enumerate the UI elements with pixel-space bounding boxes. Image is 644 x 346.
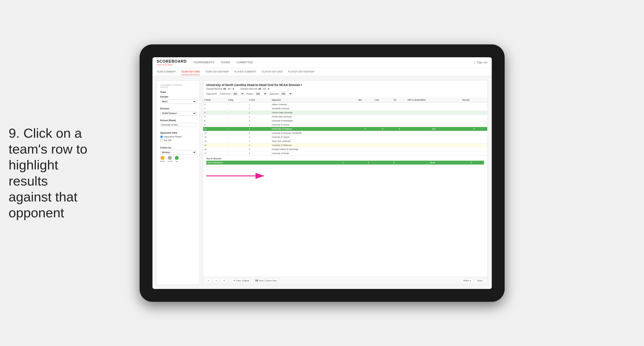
cell-conf: 2 — [248, 115, 270, 119]
cell-diff — [406, 119, 461, 123]
table-row[interactable]: 14-1Texas Tech University — [203, 139, 487, 143]
cell-rank: 2 — [203, 102, 227, 107]
table-row[interactable]: 3-2Vanderbilt University — [203, 106, 487, 110]
cell-loss — [373, 115, 392, 119]
cell-opponent: Auburn University — [270, 102, 357, 107]
table-row[interactable]: 17-3University of Florida — [203, 151, 487, 155]
cell-conf: 2 — [248, 143, 270, 147]
legend-label-up: Up — [176, 160, 178, 162]
sidebar-gender-label: Gender — [160, 95, 196, 98]
cell-tie — [392, 151, 406, 155]
table-row[interactable]: 12-6University of Arkansas, Fayetteville — [203, 131, 487, 135]
tab-team-h2h-grid[interactable]: TEAM H2H GRID — [181, 69, 200, 75]
cell-conf: 3 — [248, 151, 270, 155]
table-row[interactable]: 16-4Georgia Institute of Technology — [203, 147, 487, 151]
table-row[interactable]: 13-3University of Virginia — [203, 135, 487, 139]
sidebar-division-select[interactable]: NCAA Division I — [160, 111, 196, 116]
toolbar: ↩ ↪ ↺ 👁 View: Original 💾 Save Custom Vie… — [203, 277, 487, 285]
legend-label-level: Level — [168, 160, 172, 162]
sidebar-timestamp: Last Updated: 27/03/2024 16:55:38 — [160, 84, 196, 88]
cell-win — [357, 135, 374, 139]
radio-opponents-played[interactable]: Opponents Played — [160, 135, 196, 138]
filter-region-select[interactable]: (All) — [254, 92, 267, 96]
cell-rounds — [461, 119, 487, 123]
table-row[interactable]: 15-2University of Oklahoma — [203, 143, 487, 147]
col-opponent: Opponent — [270, 98, 357, 102]
table-body: 2-1Auburn University3-2Vanderbilt Univer… — [203, 102, 487, 156]
cell-reg: - — [227, 151, 248, 155]
col-rank: # Rank — [203, 98, 227, 102]
cell-loss — [373, 123, 392, 127]
col-rounds: Rounds — [461, 98, 487, 102]
cell-win — [357, 147, 374, 151]
grid-title: University of North Carolina Head-to-Hea… — [206, 83, 484, 87]
cell-rounds — [461, 115, 487, 119]
cell-opponent: University of Oklahoma — [270, 143, 357, 147]
cell-diff — [406, 135, 461, 139]
toolbar-save-custom[interactable]: 💾 Save Custom View — [254, 279, 279, 283]
cell-rank: 13 — [203, 135, 227, 139]
tab-team-summary[interactable]: TEAM SUMMARY — [157, 69, 176, 75]
cell-loss — [373, 151, 392, 155]
save-icon: 💾 — [255, 280, 258, 282]
tab-player-summary[interactable]: PLAYER SUMMARY — [234, 69, 256, 75]
cell-opponent: Vanderbilt University — [270, 106, 357, 110]
cell-conf: 5 — [248, 127, 270, 131]
cell-rounds — [461, 151, 487, 155]
cell-conf: 3 — [248, 135, 270, 139]
sidebar-gender-select[interactable]: Men's — [160, 99, 196, 104]
cell-conf: 1 — [248, 110, 270, 115]
col-loss: Loss — [373, 98, 392, 102]
sidebar-divider2 — [160, 144, 196, 144]
annotation-text: 9. Click on ateam's row tohighlight resu… — [8, 125, 90, 221]
toolbar-divider — [229, 279, 229, 283]
toolbar-share[interactable]: Share — [475, 279, 485, 283]
out-of-division-row[interactable]: NCAA Division II 1 0 0 26.00 3 — [206, 161, 484, 165]
cell-win — [357, 151, 374, 155]
nav-committee[interactable]: COMMITTEE — [236, 60, 253, 65]
cell-reg: - — [227, 110, 248, 115]
out-of-division-table: NCAA Division II 1 0 0 26.00 3 — [206, 161, 484, 165]
radio-top100[interactable]: Top 100 — [160, 139, 196, 142]
table-row[interactable]: 11-5University of Alabama3002.618 — [203, 127, 487, 131]
sidebar-school-value: University of Nort... — [160, 123, 196, 127]
cell-diff — [406, 131, 461, 135]
filter-opponent-group: Opponent (All) — [269, 92, 292, 96]
table-row[interactable]: 6-2Florida State University — [203, 115, 487, 119]
nav-teams[interactable]: TEAMS — [220, 60, 230, 65]
cell-rank: 4 — [203, 110, 227, 115]
col-conf: # Conf — [248, 98, 270, 102]
cell-win — [357, 106, 374, 110]
tab-player-h2h-heatmap[interactable]: PLAYER H2H HEATMAP — [288, 69, 314, 75]
sub-nav: TEAM SUMMARY TEAM H2H GRID TEAM H2H HEAT… — [152, 68, 492, 76]
tab-team-h2h-heatmap[interactable]: TEAM H2H HEATMAP — [205, 69, 229, 75]
cell-tie — [392, 110, 406, 115]
cell-loss: 0 — [373, 127, 392, 131]
table-row[interactable]: 9-3University of Arizona — [203, 123, 487, 127]
cell-tie — [392, 131, 406, 135]
sign-out-link[interactable]: Sign out — [477, 60, 487, 65]
cell-reg: - — [227, 106, 248, 110]
col-diff: Diff Av Strokes/Rnd — [406, 98, 461, 102]
nav-tournaments[interactable]: TOURNAMENTS — [193, 60, 214, 65]
toolbar-watch[interactable]: Watch ▾ — [461, 279, 473, 283]
toolbar-undo[interactable]: ↩ — [206, 279, 211, 283]
filter-conference-select[interactable]: (All) — [232, 92, 244, 96]
cell-tie — [392, 135, 406, 139]
toolbar-view-original[interactable]: 👁 View: Original — [231, 279, 252, 283]
cell-opponent: University of Arkansas, Fayetteville — [270, 131, 357, 135]
table-row[interactable]: 2-1Auburn University — [203, 102, 487, 107]
col-tie: Tie — [392, 98, 406, 102]
table-row[interactable]: 8-2University of Washington — [203, 119, 487, 123]
cell-opponent: Texas Tech University — [270, 139, 357, 143]
table-row[interactable]: 4-1Arizona State University — [203, 110, 487, 115]
toolbar-redo[interactable]: ↪ — [214, 279, 219, 283]
cell-opponent: University of Florida — [270, 151, 357, 155]
filter-opponent-select[interactable]: (All) — [280, 92, 292, 96]
sidebar-division-label: Division — [160, 107, 196, 110]
cell-conf: 2 — [248, 119, 270, 123]
cell-rank: 16 — [203, 147, 227, 151]
toolbar-step-back[interactable]: ↺ — [221, 279, 227, 283]
sidebar-colour-select[interactable]: Win/loss — [160, 150, 196, 155]
tab-player-h2h-grid[interactable]: PLAYER H2H GRID — [262, 69, 283, 75]
